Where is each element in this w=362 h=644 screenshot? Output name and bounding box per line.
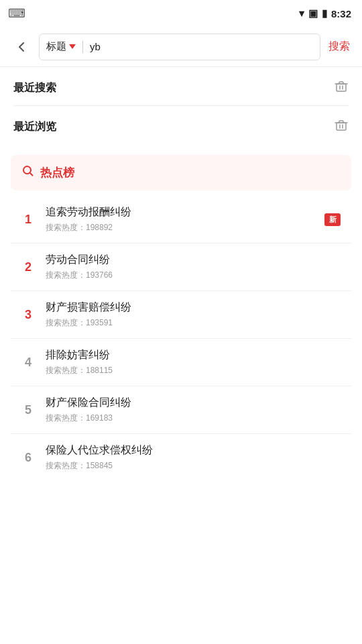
signal-icon: ▣ xyxy=(308,7,318,19)
hot-header: 热点榜 xyxy=(21,164,341,181)
svg-rect-1 xyxy=(337,123,346,130)
hot-item-heat: 搜索热度：193766 xyxy=(46,270,341,281)
hot-item-title: 劳动合同纠纷 xyxy=(46,253,341,267)
hot-item-heat: 搜索热度：169183 xyxy=(46,413,341,424)
hot-item-title: 追索劳动报酬纠纷 xyxy=(46,205,314,219)
filter-arrow-icon xyxy=(69,44,76,49)
hot-item-title: 保险人代位求偿权纠纷 xyxy=(46,443,341,458)
rank-number: 4 xyxy=(21,356,35,370)
search-button[interactable]: 搜索 xyxy=(327,40,351,54)
hot-section-title: 热点榜 xyxy=(40,165,74,180)
hot-item-title: 财产保险合同纠纷 xyxy=(46,396,341,410)
hot-item-title: 财产损害赔偿纠纷 xyxy=(46,301,341,315)
status-time: 8:32 xyxy=(331,8,351,19)
back-button[interactable] xyxy=(11,36,32,58)
rank-number: 3 xyxy=(21,308,35,322)
status-bar-left: ⌨ xyxy=(8,6,25,21)
status-bar-right: ▾ ▣ ▮ 8:32 xyxy=(299,7,351,19)
hot-section-header: 热点榜 xyxy=(11,155,351,191)
hot-item-heat: 搜索热度：158845 xyxy=(46,460,341,472)
search-divider xyxy=(82,41,83,53)
hot-list-item[interactable]: 3财产损害赔偿纠纷搜索热度：193591 xyxy=(11,291,351,339)
hot-search-icon xyxy=(21,164,35,181)
search-input-wrapper: 标题 xyxy=(39,34,320,60)
hot-item-heat: 搜索热度：198892 xyxy=(46,222,314,233)
search-filter-button[interactable]: 标题 xyxy=(46,40,76,53)
hot-item-content: 财产保险合同纠纷搜索热度：169183 xyxy=(46,396,341,424)
hot-item-content: 财产损害赔偿纠纷搜索热度：193591 xyxy=(46,301,341,329)
hot-item-heat: 搜索热度：193591 xyxy=(46,317,341,329)
hot-item-heat: 搜索热度：188115 xyxy=(46,365,341,376)
search-input[interactable] xyxy=(90,41,313,52)
recent-search-title: 最近搜索 xyxy=(13,81,56,95)
rank-number: 5 xyxy=(21,403,35,417)
recent-search-clear-button[interactable] xyxy=(334,79,349,97)
recent-search-section: 最近搜索 xyxy=(0,67,362,105)
svg-rect-0 xyxy=(337,84,346,91)
recent-browse-section: 最近浏览 xyxy=(0,106,362,144)
recent-browse-clear-button[interactable] xyxy=(334,118,349,136)
hot-list-item[interactable]: 1追索劳动报酬纠纷搜索热度：198892新 xyxy=(11,196,351,244)
hot-item-title: 排除妨害纠纷 xyxy=(46,348,341,362)
hot-item-content: 劳动合同纠纷搜索热度：193766 xyxy=(46,253,341,281)
search-bar: 标题 搜索 xyxy=(0,27,362,67)
status-bar: ⌨ ▾ ▣ ▮ 8:32 xyxy=(0,0,362,27)
hot-item-content: 追索劳动报酬纠纷搜索热度：198892 xyxy=(46,205,314,233)
filter-label: 标题 xyxy=(46,40,66,53)
hot-item-content: 排除妨害纠纷搜索热度：188115 xyxy=(46,348,341,376)
hot-list-item[interactable]: 2劳动合同纠纷搜索热度：193766 xyxy=(11,244,351,291)
new-badge: 新 xyxy=(324,213,341,226)
rank-number: 2 xyxy=(21,260,35,274)
hot-list-item[interactable]: 6保险人代位求偿权纠纷搜索热度：158845 xyxy=(11,434,351,481)
recent-browse-title: 最近浏览 xyxy=(13,120,56,134)
rank-number: 6 xyxy=(21,451,35,465)
hot-item-content: 保险人代位求偿权纠纷搜索热度：158845 xyxy=(46,443,341,472)
keyboard-icon: ⌨ xyxy=(8,6,25,21)
hot-list-item[interactable]: 5财产保险合同纠纷搜索热度：169183 xyxy=(11,386,351,434)
battery-icon: ▮ xyxy=(322,7,327,19)
hot-list-item[interactable]: 4排除妨害纠纷搜索热度：188115 xyxy=(11,339,351,386)
hot-list: 1追索劳动报酬纠纷搜索热度：198892新2劳动合同纠纷搜索热度：1937663… xyxy=(11,196,351,481)
rank-number: 1 xyxy=(21,213,35,227)
wifi-icon: ▾ xyxy=(299,7,304,19)
